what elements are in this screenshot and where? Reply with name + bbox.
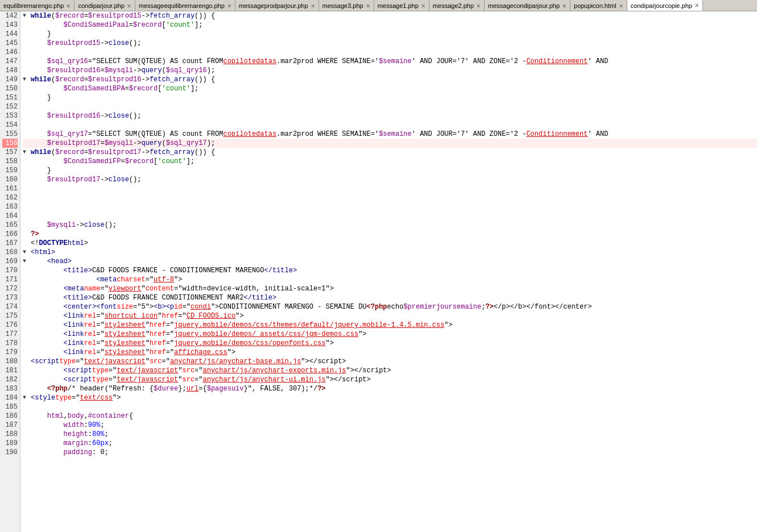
code-line-149: ▼ while($record = $resultprod16->fetch_a… bbox=[23, 75, 757, 84]
line-num-169: 169 bbox=[2, 257, 18, 266]
line-num-181: 181 bbox=[2, 366, 18, 375]
line-num-172: 172 bbox=[2, 284, 18, 293]
fold-164 bbox=[23, 211, 30, 221]
tab-close-icon[interactable]: ✕ bbox=[562, 3, 566, 9]
fold-155 bbox=[23, 130, 30, 139]
fold-151 bbox=[23, 93, 30, 102]
tab-close-icon[interactable]: ✕ bbox=[366, 3, 370, 9]
line-num-149: 149 bbox=[2, 75, 18, 84]
code-line-147: $sql_qry16="SELECT SUM(QTEUE) AS count F… bbox=[23, 57, 757, 66]
fold-169[interactable]: ▼ bbox=[23, 257, 30, 266]
code-editor[interactable]: 142 143 144 145 146 147 148 149 150 151 … bbox=[0, 11, 757, 532]
fold-147 bbox=[23, 57, 30, 66]
tab-messagecondiparjour[interactable]: messagecondiparjour.php ✕ bbox=[485, 0, 570, 11]
line-num-163: 163 bbox=[2, 202, 18, 211]
code-line-145: $resultprod15->close(); bbox=[23, 39, 757, 48]
code-line-171: <meta charset="utf-8"> bbox=[23, 275, 757, 284]
tab-message3[interactable]: message3.php ✕ bbox=[319, 0, 374, 11]
tab-close-icon[interactable]: ✕ bbox=[227, 3, 231, 9]
tab-close-icon[interactable]: ✕ bbox=[66, 3, 71, 9]
tab-condiparjour[interactable]: condiparjour.php ✕ bbox=[75, 0, 135, 11]
code-line-148: $resultprod16 = $mysqli->query($sql_qry1… bbox=[23, 66, 757, 75]
line-num-150: 150 bbox=[2, 84, 18, 93]
fold-180 bbox=[23, 357, 30, 366]
fold-152 bbox=[23, 102, 30, 111]
line-num-184: 184 bbox=[2, 393, 18, 402]
line-num-188: 188 bbox=[2, 430, 18, 439]
line-num-154: 154 bbox=[2, 120, 18, 130]
line-num-158: 158 bbox=[2, 157, 18, 166]
code-line-152 bbox=[23, 102, 757, 111]
fold-156 bbox=[23, 139, 30, 148]
fold-184[interactable]: ▼ bbox=[23, 393, 30, 402]
line-num-151: 151 bbox=[2, 93, 18, 102]
tab-bar: equilibremarengo.php ✕ condiparjour.php … bbox=[0, 0, 757, 11]
tab-equilibremarengo[interactable]: equilibremarengo.php ✕ bbox=[0, 0, 75, 11]
tab-close-icon[interactable]: ✕ bbox=[311, 3, 315, 9]
fold-170 bbox=[23, 266, 30, 275]
code-line-178: <link rel="stylesheet" href="jquery.mobi… bbox=[23, 339, 757, 348]
line-num-162: 162 bbox=[2, 193, 18, 202]
tab-close-icon[interactable]: ✕ bbox=[694, 2, 699, 9]
code-line-170: <title>C&D FOODS FRANCE - CONDITIONNEMEN… bbox=[23, 266, 757, 275]
tab-label: condiparjourcopie.php bbox=[631, 2, 692, 9]
tab-condiparjourcopie[interactable]: condiparjourcopie.php ✕ bbox=[627, 0, 703, 11]
tab-label: message2.php bbox=[433, 2, 474, 9]
tab-close-icon[interactable]: ✕ bbox=[619, 3, 623, 9]
line-num-164: 164 bbox=[2, 211, 18, 221]
tab-popupicon[interactable]: popupicon.html ✕ bbox=[570, 0, 627, 11]
line-num-176: 176 bbox=[2, 321, 18, 330]
line-num-148: 148 bbox=[2, 66, 18, 75]
code-line-187: width: 90%; bbox=[23, 421, 757, 430]
line-num-186: 186 bbox=[2, 412, 18, 421]
line-num-179: 179 bbox=[2, 348, 18, 357]
line-num-144: 144 bbox=[2, 30, 18, 39]
fold-157[interactable]: ▼ bbox=[23, 148, 30, 157]
code-line-157: ▼ while($record = $resultprod17->fetch_a… bbox=[23, 148, 757, 157]
line-num-166: 166 bbox=[2, 230, 18, 239]
line-num-153: 153 bbox=[2, 111, 18, 120]
code-line-162 bbox=[23, 193, 757, 202]
fold-179 bbox=[23, 348, 30, 357]
tab-label: messagecondiparjour.php bbox=[488, 2, 560, 9]
tab-label: message1.php bbox=[378, 2, 419, 9]
code-line-172: <meta name="viewport" content="width=dev… bbox=[23, 284, 757, 293]
code-line-185 bbox=[23, 402, 757, 412]
code-line-155: $sql_qry17="SELECT SUM(QTEUE) AS count F… bbox=[23, 130, 757, 139]
fold-182 bbox=[23, 375, 30, 384]
fold-171 bbox=[23, 275, 30, 284]
tab-close-icon[interactable]: ✕ bbox=[476, 3, 481, 9]
fold-149[interactable]: ▼ bbox=[23, 75, 30, 84]
code-line-188: height: 80%; bbox=[23, 430, 757, 439]
fold-153 bbox=[23, 111, 30, 120]
fold-187 bbox=[23, 421, 30, 430]
fold-188 bbox=[23, 430, 30, 439]
code-line-169: ▼ <head> bbox=[23, 257, 757, 266]
tab-label: popupicon.html bbox=[574, 2, 617, 9]
fold-173 bbox=[23, 293, 30, 302]
code-content[interactable]: ▼ while($record = $resultprod15->fetch_a… bbox=[20, 11, 757, 532]
tab-messageprodparjour[interactable]: messageprodparjour.php ✕ bbox=[235, 0, 319, 11]
fold-163 bbox=[23, 202, 30, 211]
fold-168[interactable]: ▼ bbox=[23, 248, 30, 257]
fold-142[interactable]: ▼ bbox=[23, 11, 30, 20]
fold-177 bbox=[23, 330, 30, 339]
tab-messageequilibremarengo[interactable]: messageequilibremarengo.php ✕ bbox=[135, 0, 235, 11]
fold-176 bbox=[23, 321, 30, 330]
tab-close-icon[interactable]: ✕ bbox=[127, 3, 131, 9]
fold-186 bbox=[23, 412, 30, 421]
fold-154 bbox=[23, 120, 30, 130]
line-num-171: 171 bbox=[2, 275, 18, 284]
line-num-159: 159 bbox=[2, 166, 18, 175]
line-num-180: 180 bbox=[2, 357, 18, 366]
fold-178 bbox=[23, 339, 30, 348]
code-line-153: $resultprod16->close(); bbox=[23, 111, 757, 120]
fold-146 bbox=[23, 48, 30, 57]
tab-close-icon[interactable]: ✕ bbox=[421, 3, 425, 9]
code-line-176: <link rel="stylesheet" href="jquery.mobi… bbox=[23, 321, 757, 330]
line-num-161: 161 bbox=[2, 184, 18, 193]
code-line-150: $CondiSamediBPA = $record['count']; bbox=[23, 84, 757, 93]
code-line-180: <script type="text/javascript" src="anyc… bbox=[23, 357, 757, 366]
tab-message1[interactable]: message1.php ✕ bbox=[374, 0, 429, 11]
tab-message2[interactable]: message2.php ✕ bbox=[429, 0, 485, 11]
